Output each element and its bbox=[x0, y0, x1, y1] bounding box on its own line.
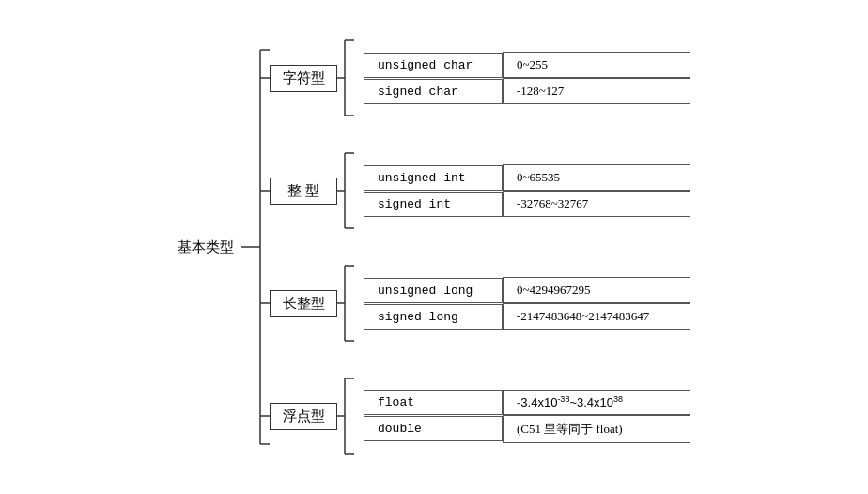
type-range: -128~127 bbox=[503, 78, 690, 104]
group-label-char: 字符型 bbox=[270, 65, 337, 92]
outer-bracket-svg bbox=[241, 22, 270, 472]
inner-bracket-float bbox=[337, 360, 364, 472]
type-name: unsigned long bbox=[364, 278, 503, 303]
exp-neg38: -38 bbox=[557, 394, 569, 403]
group-row-float: 浮点型 float -3.4x10-38~3.4x1038 double (C5… bbox=[270, 360, 690, 472]
type-name: float bbox=[364, 390, 503, 415]
type-rows-char: unsigned char 0~255 signed char -128~127 bbox=[364, 52, 690, 104]
root-label: 基本类型 bbox=[178, 239, 234, 256]
inner-bracket-int bbox=[337, 134, 364, 247]
type-range: -2147483648~2147483647 bbox=[503, 303, 690, 330]
type-rows-float: float -3.4x10-38~3.4x1038 double (C51 里等… bbox=[364, 390, 690, 443]
type-row: signed long -2147483648~2147483647 bbox=[364, 303, 690, 330]
type-row: float -3.4x10-38~3.4x1038 bbox=[364, 390, 690, 415]
inner-bracket-char bbox=[337, 22, 364, 134]
type-rows-long: unsigned long 0~4294967295 signed long -… bbox=[364, 277, 690, 330]
group-row-int: 整 型 unsigned int 0~65535 signed int -327… bbox=[270, 134, 690, 247]
group-label-float: 浮点型 bbox=[270, 403, 337, 430]
type-name: signed long bbox=[364, 304, 503, 330]
type-name: unsigned char bbox=[364, 53, 503, 78]
group-label-int: 整 型 bbox=[270, 178, 337, 205]
type-name: unsigned int bbox=[364, 165, 503, 191]
type-row: double (C51 里等同于 float) bbox=[364, 415, 690, 443]
type-name: signed int bbox=[364, 192, 503, 217]
type-range: -32768~32767 bbox=[503, 191, 690, 217]
type-range-float-special: -3.4x10-38~3.4x1038 bbox=[503, 390, 690, 415]
group-label-long: 长整型 bbox=[270, 290, 337, 317]
group-row-char: 字符型 unsigned char 0~255 signed char -128… bbox=[270, 22, 690, 134]
type-row: signed char -128~127 bbox=[364, 78, 690, 104]
type-range: 0~4294967295 bbox=[503, 277, 690, 303]
type-name: double bbox=[364, 416, 503, 441]
type-name: signed char bbox=[364, 79, 503, 104]
type-row: unsigned long 0~4294967295 bbox=[364, 277, 690, 303]
diagram: 基本类型 字符型 unsigned char bbox=[178, 22, 690, 472]
inner-bracket-long bbox=[337, 247, 364, 360]
groups-container: 字符型 unsigned char 0~255 signed char -128… bbox=[270, 22, 690, 472]
exp-38: 38 bbox=[613, 394, 623, 403]
type-rows-int: unsigned int 0~65535 signed int -32768~3… bbox=[364, 164, 690, 217]
group-row-long: 长整型 unsigned long 0~4294967295 signed lo… bbox=[270, 247, 690, 360]
type-row: unsigned char 0~255 bbox=[364, 52, 690, 78]
type-range: 0~65535 bbox=[503, 164, 690, 191]
type-range: 0~255 bbox=[503, 52, 690, 78]
type-range: (C51 里等同于 float) bbox=[503, 415, 690, 443]
type-row: unsigned int 0~65535 bbox=[364, 164, 690, 191]
type-row: signed int -32768~32767 bbox=[364, 191, 690, 217]
